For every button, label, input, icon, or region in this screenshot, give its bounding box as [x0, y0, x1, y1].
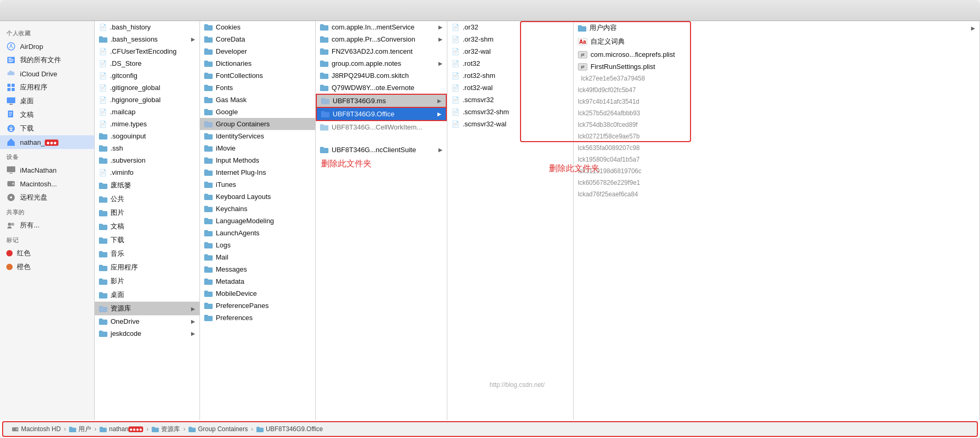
list-item[interactable]: Google: [200, 106, 315, 118]
list-item-group-containers[interactable]: Group Containers: [200, 118, 315, 130]
list-item[interactable]: 音乐: [95, 247, 199, 261]
list-item[interactable]: jeskdcode ▶: [95, 327, 199, 340]
list-item[interactable]: Cookies: [200, 21, 315, 33]
list-item[interactable]: OneDrive ▶: [95, 315, 199, 327]
list-item[interactable]: LanguageModeling: [200, 215, 315, 227]
list-item[interactable]: group.com.apple.notes ▶: [316, 57, 447, 69]
list-item[interactable]: 应用程序: [95, 261, 199, 274]
list-item[interactable]: PreferencePanes: [200, 300, 315, 312]
list-item[interactable]: 📄 .bash_history: [95, 21, 199, 33]
list-item[interactable]: 📄 .rot32-shm: [447, 69, 573, 82]
list-item[interactable]: Messages: [200, 263, 315, 275]
list-item[interactable]: Fonts: [200, 82, 315, 94]
list-item-ubf-ms[interactable]: UBF8T346G9.ms ▶: [316, 94, 447, 107]
list-item[interactable]: iTunes: [200, 178, 315, 191]
list-item[interactable]: 废纸篓: [95, 178, 199, 192]
list-item[interactable]: 📄 .rot32-wal: [447, 82, 573, 94]
list-item[interactable]: 图片: [95, 206, 199, 220]
list-item[interactable]: lck02721f58ce9ae57b: [574, 131, 979, 142]
list-item[interactable]: 📄 .gitconfig: [95, 69, 199, 82]
sidebar-item-macintosh[interactable]: Macintosh...: [0, 177, 94, 191]
list-item[interactable]: .ssh: [95, 142, 199, 154]
list-item[interactable]: IdentityServices: [200, 130, 315, 142]
list-item[interactable]: .bash_sessions ▶: [95, 33, 199, 45]
sidebar-item-tag-red[interactable]: 红色: [0, 246, 94, 260]
list-item[interactable]: 📄 .mailcap: [95, 106, 199, 118]
breadcrumb-item-users[interactable]: 用户: [69, 425, 91, 434]
list-item-custom-dict[interactable]: Aa 自定义词典: [574, 35, 979, 48]
list-item[interactable]: CoreData: [200, 33, 315, 45]
list-item[interactable]: 影片: [95, 274, 199, 288]
breadcrumb-item-library[interactable]: 资源库: [152, 425, 180, 434]
list-item[interactable]: com.apple.Pr...sConversion ▶: [316, 33, 447, 45]
list-item[interactable]: LaunchAgents: [200, 227, 315, 239]
list-item[interactable]: 📄 .or32-shm: [447, 33, 573, 45]
list-item-ubf-ncclient[interactable]: UBF8T346G...ncClientSuite ▶: [316, 144, 447, 156]
sidebar-item-nathan[interactable]: nathan_●●●: [0, 135, 94, 149]
breadcrumb-item-office[interactable]: UBF8T346G9.Office: [256, 425, 323, 433]
list-item[interactable]: 下载: [95, 233, 199, 247]
sidebar-item-downloads[interactable]: 下载: [0, 122, 94, 135]
list-item[interactable]: J8RPQ294UB.com.skitch: [316, 69, 447, 82]
list-item-keyboard-layouts[interactable]: Keyboard Layouts: [200, 191, 315, 203]
sidebar-item-airdrop[interactable]: AirDrop: [0, 39, 94, 53]
list-item[interactable]: Mail: [200, 251, 315, 263]
list-item[interactable]: 📄 .scmsvr32-wal: [447, 118, 573, 130]
list-item[interactable]: 📄 .or32: [447, 21, 573, 33]
list-item-dictionaries[interactable]: Dictionaries: [200, 57, 315, 69]
list-item[interactable]: Developer: [200, 45, 315, 57]
list-item[interactable]: 📄 .DS_Store: [95, 57, 199, 69]
list-item[interactable]: lck5635fa0089207c98: [574, 142, 979, 154]
list-item[interactable]: 📄 .or32-wal: [447, 45, 573, 57]
list-item[interactable]: 公共: [95, 192, 199, 206]
list-item[interactable]: lck60567826e229f9e1: [574, 177, 979, 188]
list-item-plist-1[interactable]: pl com.microso...ficeprefs.plist: [574, 48, 979, 61]
list-item[interactable]: Q79WDW8Y...ote.Evernote: [316, 82, 447, 94]
sidebar-item-apps[interactable]: 应用程序: [0, 81, 94, 94]
list-item[interactable]: com.apple.In...mentService ▶: [316, 21, 447, 33]
list-item[interactable]: lck27ee1e5e37a79458: [574, 73, 979, 84]
list-item[interactable]: lckad76f25eaef6ca84: [574, 188, 979, 200]
list-item[interactable]: Metadata: [200, 275, 315, 287]
list-item[interactable]: Keychains: [200, 203, 315, 215]
list-item[interactable]: 📄 .rot32: [447, 57, 573, 69]
sidebar-item-all-shared[interactable]: 所有...: [0, 218, 94, 232]
list-item[interactable]: 桌面: [95, 288, 199, 302]
list-item[interactable]: Gas Mask: [200, 94, 315, 106]
sidebar-item-docs[interactable]: 文稿: [0, 108, 94, 122]
sidebar-item-imac[interactable]: iMacNathan: [0, 163, 94, 177]
list-item[interactable]: MobileDevice: [200, 287, 315, 300]
list-item[interactable]: iMovie: [200, 142, 315, 154]
list-item[interactable]: 📄 .mime.types: [95, 118, 199, 130]
list-item-library[interactable]: 资源库 ▶: [95, 302, 199, 315]
list-item[interactable]: lck754db38c0fced89f: [574, 119, 979, 131]
list-item[interactable]: Preferences: [200, 312, 315, 324]
list-item[interactable]: 📄 .gitignore_global: [95, 82, 199, 94]
list-item[interactable]: lck49f0d9cf02fc5b47: [574, 84, 979, 96]
list-item-plist-2[interactable]: pl FirstRunSettings.plist: [574, 61, 979, 73]
sidebar-item-tag-orange[interactable]: 橙色: [0, 260, 94, 274]
list-item[interactable]: .sogouinput: [95, 130, 199, 142]
breadcrumb-item-group-containers[interactable]: Group Containers: [188, 425, 248, 433]
list-item[interactable]: lck3119198d6819706c: [574, 165, 979, 177]
list-item[interactable]: FN2V63AD2J.com.tencent: [316, 45, 447, 57]
sidebar-item-icloud[interactable]: iCloud Drive: [0, 67, 94, 81]
sidebar-item-desktop[interactable]: 桌面: [0, 94, 94, 108]
sidebar-item-all-files[interactable]: 我的所有文件: [0, 53, 94, 67]
list-item-input-methods[interactable]: Input Methods: [200, 154, 315, 166]
list-item[interactable]: 📄 .scmsvr32: [447, 94, 573, 106]
list-item[interactable]: 📄 .scmsvr32-shm: [447, 106, 573, 118]
list-item[interactable]: UBF8T346G...CellWorkItem...: [316, 121, 447, 133]
list-item[interactable]: lck257b5d264afbbb93: [574, 107, 979, 119]
breadcrumb-item-nathan[interactable]: nathan●●●●: [99, 425, 143, 433]
list-item[interactable]: Logs: [200, 239, 315, 251]
list-item[interactable]: .subversion: [95, 154, 199, 166]
list-item[interactable]: 文稿: [95, 220, 199, 233]
list-item[interactable]: FontCollections: [200, 69, 315, 82]
list-item[interactable]: 📄 .viminfo: [95, 166, 199, 178]
list-item-ubf-office[interactable]: UBF8T346G9.Office ▶: [316, 107, 447, 121]
list-item[interactable]: 📄 .CFUserTextEncoding: [95, 45, 199, 57]
list-item[interactable]: lck195809c04af1b5a7: [574, 154, 979, 165]
list-item[interactable]: lck97c4b141afc3541d: [574, 96, 979, 107]
list-item[interactable]: Internet Plug-Ins: [200, 166, 315, 178]
